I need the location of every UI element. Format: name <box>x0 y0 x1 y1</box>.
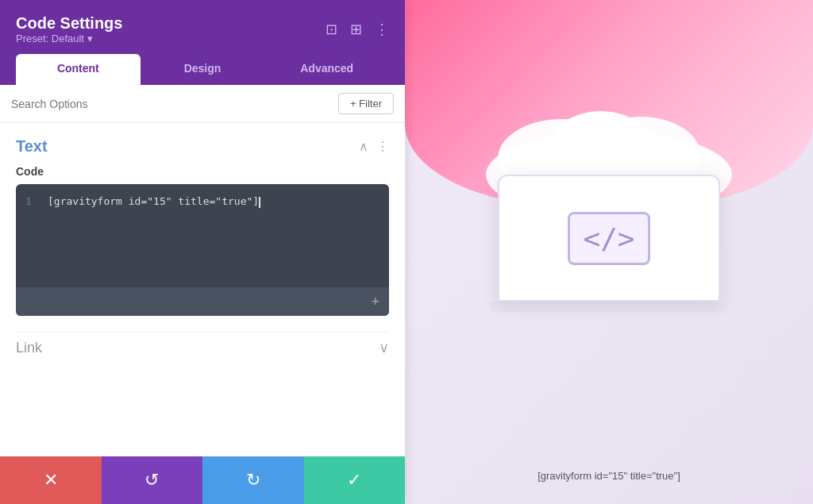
text-section-title: Text <box>16 137 48 156</box>
filter-button[interactable]: + Filter <box>338 93 394 114</box>
panel-preset[interactable]: Preset: Default ▾ <box>16 33 122 44</box>
panel-title: Code Settings <box>16 14 122 33</box>
bottom-toolbar: ✕ ↺ ↻ ✓ <box>0 456 405 504</box>
laptop-illustration: </> <box>482 175 736 313</box>
header-icons: ⊡ ⊞ ⋮ <box>326 21 389 38</box>
search-input[interactable] <box>11 98 332 110</box>
tabs: Content Design Advanced <box>16 54 389 85</box>
laptop-screen: </> <box>498 175 720 302</box>
cancel-button[interactable]: ✕ <box>0 456 102 504</box>
code-editor: 1 [gravityform id="15" title="true"] + <box>16 184 389 316</box>
tab-design[interactable]: Design <box>141 54 265 85</box>
collapse-icon[interactable]: ∧ <box>359 139 368 154</box>
code-label: Code <box>16 165 389 178</box>
panel-header-top: Code Settings Preset: Default ▾ ⊡ ⊞ ⋮ <box>16 14 389 44</box>
svg-point-3 <box>549 111 653 183</box>
text-more-icon[interactable]: ⋮ <box>376 139 389 154</box>
laptop-code-icon: </> <box>568 212 649 265</box>
grid-icon[interactable]: ⊞ <box>350 21 362 38</box>
search-bar: + Filter <box>0 85 405 123</box>
background-area: Ut p </> [gravityform id="15" title="tru… <box>405 0 813 504</box>
code-editor-main[interactable]: 1 [gravityform id="15" title="true"] <box>16 184 389 287</box>
add-code-button[interactable]: + <box>371 294 380 310</box>
redo-button[interactable]: ↻ <box>202 456 304 504</box>
tab-advanced[interactable]: Advanced <box>264 54 389 85</box>
settings-panel: Code Settings Preset: Default ▾ ⊡ ⊞ ⋮ Co… <box>0 0 405 504</box>
panel-header: Code Settings Preset: Default ▾ ⊡ ⊞ ⋮ Co… <box>0 0 405 85</box>
code-editor-footer: + <box>16 287 389 316</box>
code-text: [gravityform id="15" title="true"] <box>48 195 259 207</box>
laptop-base <box>490 302 728 313</box>
link-section: Link ∨ <box>16 332 389 356</box>
save-button[interactable]: ✓ <box>304 456 406 504</box>
code-cursor <box>259 197 260 208</box>
shortcode-display: [gravityform id="15" title="true"] <box>538 470 680 482</box>
tab-content[interactable]: Content <box>16 54 141 85</box>
code-content[interactable]: [gravityform id="15" title="true"] <box>48 195 380 276</box>
link-section-header: Link ∨ <box>16 339 389 356</box>
text-section-icons: ∧ ⋮ <box>359 139 389 154</box>
panel-title-area: Code Settings Preset: Default ▾ <box>16 14 122 44</box>
target-icon[interactable]: ⊡ <box>326 21 337 38</box>
more-options-icon[interactable]: ⋮ <box>375 21 389 38</box>
line-number: 1 <box>25 195 38 276</box>
link-section-title: Link <box>16 340 42 356</box>
link-chevron-down-icon[interactable]: ∨ <box>379 339 389 356</box>
panel-content: Text ∧ ⋮ Code 1 [gravityform id="15" tit… <box>0 123 405 456</box>
undo-button[interactable]: ↺ <box>102 456 203 504</box>
text-section-header: Text ∧ ⋮ <box>16 137 389 156</box>
